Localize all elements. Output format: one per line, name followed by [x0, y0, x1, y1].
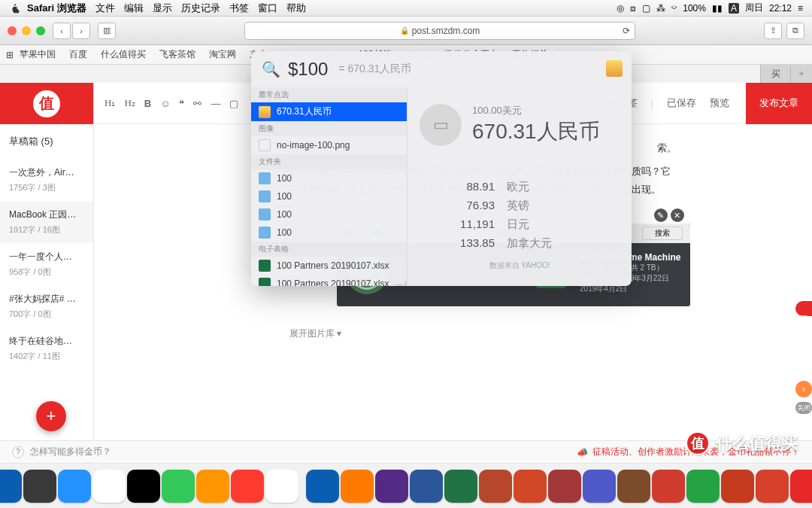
reload-icon[interactable]: ⟳: [623, 26, 630, 36]
dock-app[interactable]: [162, 470, 195, 503]
dock-app[interactable]: [58, 470, 91, 503]
watermark: 值什么值得买: [686, 431, 798, 455]
spotlight-result-row[interactable]: 100: [251, 205, 407, 224]
close-button[interactable]: [8, 26, 17, 35]
forward-button[interactable]: ›: [72, 23, 90, 39]
dock-app[interactable]: [306, 470, 339, 503]
topsites-icon[interactable]: ⊞: [6, 50, 14, 60]
spotlight-search[interactable]: 🔍 $100 = 670.31人民币: [251, 51, 632, 87]
share-button[interactable]: ⇪: [764, 23, 782, 39]
dock-app[interactable]: [548, 470, 581, 503]
site-logo[interactable]: 值: [0, 83, 93, 124]
draft-item[interactable]: #张大妈探店# …700字 / 0图: [0, 285, 93, 327]
menu-help[interactable]: 帮助: [286, 2, 306, 15]
dock-app[interactable]: [652, 470, 685, 503]
dock-app[interactable]: [231, 470, 264, 503]
tabs-button[interactable]: ⧉: [786, 23, 804, 39]
lock-icon: 🔒: [400, 26, 409, 35]
menu-window[interactable]: 窗口: [258, 2, 277, 15]
back-button[interactable]: ‹: [53, 23, 71, 39]
spotlight-section-header: 图像: [251, 121, 407, 136]
image-button[interactable]: ▢: [229, 98, 238, 109]
quote-button[interactable]: ❝: [179, 98, 184, 109]
bookmark-item[interactable]: 飞客茶馆: [159, 48, 195, 61]
bookmark-item[interactable]: 什么值得买: [101, 48, 146, 61]
spotlight-result-row[interactable]: 100 Partners 20190107.xlsx: [251, 257, 407, 275]
dock-app[interactable]: [265, 470, 298, 503]
address-bar[interactable]: 🔒 post.smzdm.com ⟳: [244, 22, 635, 40]
menu-file[interactable]: 文件: [95, 2, 115, 15]
dock-app[interactable]: [479, 470, 512, 503]
spotlight-result-row[interactable]: 100: [251, 187, 407, 205]
publish-button[interactable]: 发布文章: [746, 83, 812, 124]
calculator-icon: [606, 60, 623, 77]
rate-row: 11,191日元: [420, 215, 620, 234]
date[interactable]: 周日: [745, 2, 763, 14]
dock-app[interactable]: [617, 470, 650, 503]
dock-app[interactable]: [341, 470, 374, 503]
dock-app[interactable]: [790, 470, 812, 503]
input-method[interactable]: A: [729, 3, 739, 14]
menu-bookmarks[interactable]: 书签: [229, 2, 249, 15]
dock-app[interactable]: [23, 470, 56, 503]
emoji-button[interactable]: ☺: [160, 98, 170, 109]
dock-app[interactable]: [686, 470, 720, 503]
dock-app[interactable]: [196, 470, 229, 503]
menu-edit[interactable]: 编辑: [124, 2, 144, 15]
divider-button[interactable]: —: [211, 98, 220, 109]
dock-app[interactable]: [721, 470, 754, 503]
bold-button[interactable]: B: [144, 98, 151, 109]
spotlight-result-row[interactable]: 100: [251, 224, 407, 242]
dock-app[interactable]: [444, 470, 477, 503]
creator-arrow-icon[interactable]: ›: [795, 381, 812, 397]
h2-button[interactable]: H₂: [124, 97, 135, 109]
h1-button[interactable]: H₁: [105, 97, 115, 109]
zoom-button[interactable]: [36, 26, 45, 35]
sidebar-button[interactable]: ▥: [98, 23, 116, 39]
tab[interactable]: 买: [761, 65, 791, 83]
airplay-icon[interactable]: ▢: [642, 3, 650, 14]
expand-gallery[interactable]: 展开图片库 ▾: [94, 327, 812, 340]
minimize-button[interactable]: [22, 26, 31, 35]
img-delete-icon[interactable]: ✕: [671, 208, 684, 222]
bluetooth-icon[interactable]: ⁂: [656, 3, 665, 14]
spotlight-query: $100: [288, 59, 328, 80]
notif-icon[interactable]: ≡: [798, 3, 803, 14]
spotlight-result-row[interactable]: no-image-100.png: [251, 136, 407, 154]
bookmark-item[interactable]: 百度: [69, 48, 87, 61]
creator-badge[interactable]: 申请认证创作者: [795, 301, 812, 316]
dock-app[interactable]: [756, 470, 789, 503]
spotlight-result-row[interactable]: 100: [251, 169, 407, 187]
spotlight-result-row[interactable]: 670.31人民币: [251, 102, 407, 121]
wifi-icon[interactable]: ⌔: [671, 3, 677, 14]
app-name[interactable]: Safari 浏览器: [27, 2, 86, 15]
draft-item[interactable]: MacBook 正因…1912字 / 16图: [0, 201, 93, 243]
help-icon[interactable]: ?: [12, 446, 24, 458]
draft-item[interactable]: 一次意外，Air…1756字 / 3图: [0, 159, 93, 201]
dock-app[interactable]: [583, 470, 616, 503]
spotlight-preview: ▭ 100.00美元 670.31人民币 88.91欧元76.93英镑11,19…: [408, 87, 632, 286]
dock-app[interactable]: [127, 470, 160, 503]
img-edit-icon[interactable]: ✎: [654, 208, 668, 222]
draft-item[interactable]: 终于在硅谷地…1402字 / 11图: [0, 327, 93, 370]
preview-button[interactable]: 预览: [710, 96, 729, 110]
new-post-button[interactable]: +: [36, 401, 66, 431]
bookmark-item[interactable]: 淘宝网: [209, 48, 236, 61]
bookmark-item[interactable]: 苹果中国: [20, 48, 56, 61]
spotlight-result-row[interactable]: 100 Partners 20190107.xlsx— iClou…: [251, 275, 407, 286]
footer-left[interactable]: 怎样写能多得金币？: [30, 446, 111, 458]
dock-app[interactable]: [0, 470, 22, 503]
spotlight-credit: 数据来自 YAHOO!: [420, 260, 620, 271]
dock-app[interactable]: [375, 470, 408, 503]
draft-item[interactable]: 一年一度个人…958字 / 0图: [0, 243, 93, 285]
dock-app[interactable]: [92, 470, 126, 503]
dock-app[interactable]: [410, 470, 443, 503]
link-button[interactable]: ⚯: [193, 98, 201, 109]
dropbox-icon[interactable]: ⧈: [630, 3, 636, 14]
menu-history[interactable]: 历史记录: [181, 2, 220, 15]
menu-view[interactable]: 显示: [153, 2, 172, 15]
dock-app[interactable]: [514, 470, 547, 503]
time[interactable]: 22:12: [769, 3, 792, 14]
new-tab-button[interactable]: +: [791, 65, 812, 83]
creator-close[interactable]: 关闭: [795, 402, 812, 414]
